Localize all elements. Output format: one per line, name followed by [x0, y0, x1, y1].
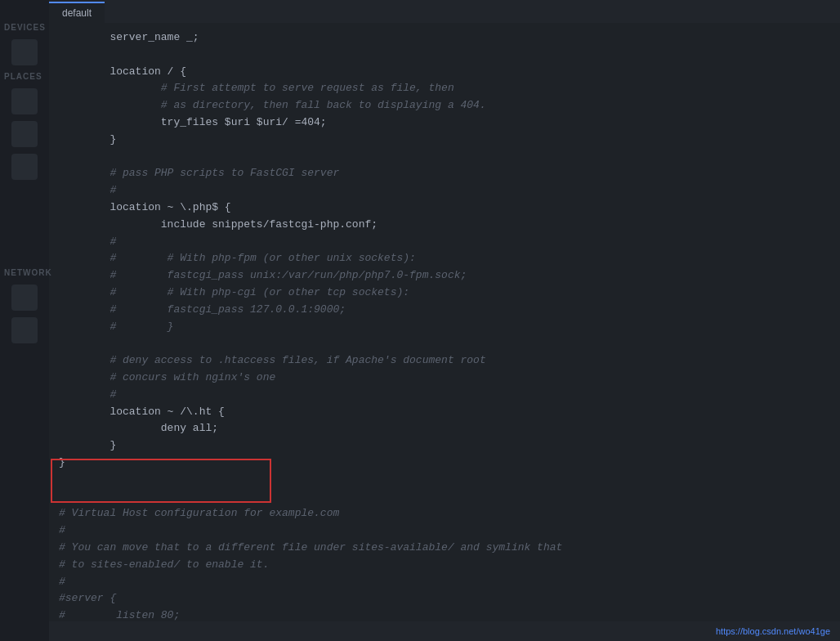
url-link[interactable]: https://blog.csdn.net/wo41ge	[716, 626, 830, 636]
sidebar-icon-6[interactable]	[11, 317, 38, 343]
sidebar-devices-label: DEVICES	[4, 23, 46, 32]
terminal-window: DEVICES PLACES NETWORK default server_na…	[0, 0, 840, 641]
sidebar-network-label: NETWORK	[4, 268, 52, 277]
code-content: server_name _; location / { # First atte…	[49, 23, 840, 621]
sidebar-icon-5[interactable]	[11, 285, 38, 311]
sidebar-icon-3[interactable]	[11, 121, 38, 147]
code-block: server_name _; location / { # First atte…	[59, 29, 830, 621]
bottom-bar: https://blog.csdn.net/wo41ge	[49, 621, 840, 641]
sidebar: DEVICES PLACES NETWORK	[0, 0, 49, 641]
tab-bar: default	[49, 0, 840, 23]
sidebar-places-label: PLACES	[4, 72, 42, 81]
sidebar-icon-1[interactable]	[11, 39, 38, 65]
sidebar-icon-2[interactable]	[11, 88, 38, 114]
tab-default[interactable]: default	[49, 2, 105, 23]
tab-label: default	[62, 7, 92, 19]
sidebar-icon-4[interactable]	[11, 154, 38, 180]
